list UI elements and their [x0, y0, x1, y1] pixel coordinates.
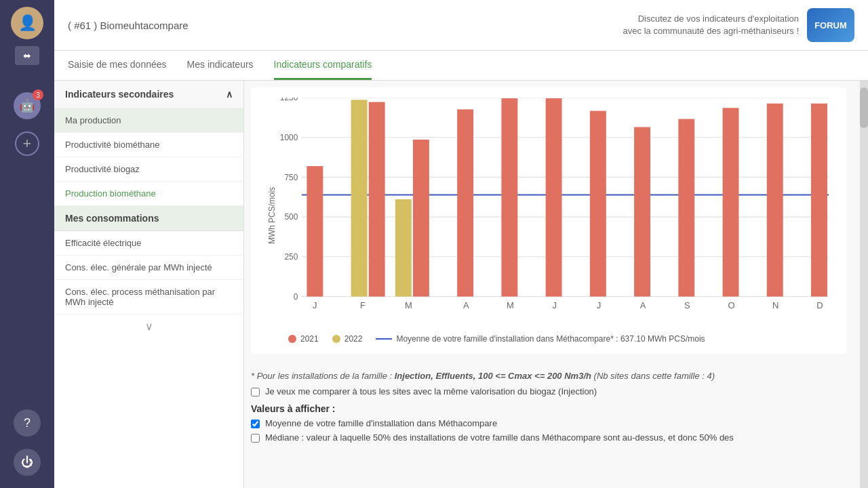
x-label-dec: D [816, 300, 823, 310]
legend-avg: Moyenne de votre famille d'installation … [376, 334, 705, 344]
sidebar-section-label: Indicateurs secondaires [65, 89, 174, 100]
bar-2021-nov [767, 104, 783, 297]
forum-logo[interactable]: FORUM [807, 8, 854, 42]
checkbox-moyenne-row: Moyenne de votre famille d'installation … [251, 418, 846, 428]
bar-2021-oct [723, 108, 739, 296]
x-label-mar: M [405, 300, 412, 310]
nav-tabs: Saisie de mes données Mes indicateurs In… [54, 51, 868, 81]
content-area: Indicateurs secondaires ∧ Ma production … [54, 81, 868, 488]
x-label-nov: N [772, 300, 778, 310]
sidebar-item-label: Productivité biogaz [65, 164, 140, 174]
x-label-jun: J [552, 300, 557, 310]
bar-2021-may [501, 98, 517, 296]
family-note-bold: Injection, Effluents, 100 <= Cmax <= 200… [395, 371, 591, 381]
x-label-may: M [507, 300, 514, 310]
bar-2022-feb [351, 100, 368, 296]
checkbox-moyenne-label: Moyenne de votre famille d'installation … [265, 418, 497, 428]
power-button[interactable]: ⏻ [14, 449, 41, 476]
sidebar-item-production-biomethane[interactable]: Production biométhane [54, 182, 243, 206]
back-forward-icon: ⬌ [23, 50, 31, 61]
notification-badge: 3 [33, 89, 43, 100]
top-bar: ( #61 ) Biomeuhtacompare Discutez de vos… [54, 0, 868, 51]
sidebar-item-productivite-biomethane[interactable]: Productivité biométhane [54, 133, 243, 157]
x-label-oct: O [728, 300, 735, 310]
legend-label-2021: 2021 [300, 334, 319, 344]
x-label-jul: J [597, 300, 601, 310]
x-label-aug: A [640, 300, 646, 310]
y-tick-0: 0 [294, 292, 298, 302]
scrollbar-thumb[interactable] [860, 87, 868, 128]
checkbox-compare-all-label: Je veux me comparer à tous les sites ave… [265, 386, 597, 396]
checkbox-moyenne[interactable] [251, 420, 260, 428]
collapse-icon: ∧ [226, 89, 233, 100]
sidebar-item-ma-production[interactable]: Ma production [54, 108, 243, 133]
sidebar-item-label: Cons. élec. process méthanisation par MW… [65, 287, 215, 307]
sidebar-section-indicateurs[interactable]: Indicateurs secondaires ∧ [54, 81, 243, 108]
checkbox-compare-all-row: Je veux me comparer à tous les sites ave… [251, 386, 846, 396]
tab-indicateurs[interactable]: Mes indicateurs [187, 51, 254, 80]
scrollbar[interactable] [860, 81, 868, 488]
values-label: Valeurs à afficher : [251, 403, 846, 414]
sidebar-section-consommations[interactable]: Mes consommations [54, 206, 243, 231]
y-tick-1000: 1000 [280, 133, 298, 142]
sidebar-item-productivite-biogaz[interactable]: Productivité biogaz [54, 157, 243, 182]
page-title: ( #61 ) Biomeuhtacompare [68, 20, 189, 31]
legend-dot-2022 [332, 335, 340, 343]
icon-bar: 👤 ⬌ 🤖 3 + ? ⏻ [0, 0, 54, 488]
forum-text: Discutez de vos indicateurs d'exploitati… [623, 13, 799, 37]
chart-legend: 2021 2022 Moyenne de votre famille d'ins… [261, 329, 836, 344]
sidebar-item-label: Efficacité électrique [65, 238, 142, 248]
avatar-icon: 👤 [18, 14, 37, 32]
legend-2021: 2021 [288, 334, 319, 344]
x-label-feb: F [360, 300, 366, 310]
checkbox-compare-all[interactable] [251, 388, 260, 396]
y-tick-1250: 1250 [280, 98, 298, 102]
sidebar-scroll-down[interactable]: ∨ [54, 314, 243, 338]
sidebar-item-label: Production biométhane [65, 188, 156, 199]
legend-dot-2021 [288, 335, 296, 343]
avatar[interactable]: 👤 [11, 7, 43, 39]
tab-comparatifs[interactable]: Indicateurs comparatifs [274, 51, 372, 80]
sidebar-item-label: Productivité biométhane [65, 140, 159, 150]
checkbox-mediane[interactable] [251, 434, 260, 443]
tab-saisie[interactable]: Saisie de mes données [68, 51, 167, 80]
sidebar-item-efficacite-elec[interactable]: Efficacité électrique [54, 231, 243, 256]
y-tick-750: 750 [284, 173, 298, 182]
x-label-sep: S [684, 300, 690, 310]
family-note: * Pour les installations de la famille :… [251, 371, 846, 381]
bar-2021-aug [634, 127, 650, 296]
y-tick-250: 250 [284, 252, 298, 262]
bar-2021-sep [678, 119, 694, 297]
bar-2021-feb [369, 102, 385, 297]
info-section: * Pour les installations de la famille :… [251, 364, 846, 453]
bar-2022-mar [395, 199, 412, 297]
sidebar-item-cons-elec-process[interactable]: Cons. élec. process méthanisation par MW… [54, 280, 243, 314]
bar-2021-dec [811, 104, 827, 297]
bar-2021-jun [546, 98, 562, 296]
sidebar-item-cons-elec-generale[interactable]: Cons. élec. générale par MWh injecté [54, 256, 243, 280]
y-tick-500: 500 [284, 212, 298, 222]
robot-icon: 🤖 [20, 98, 35, 113]
legend-avg-label: Moyenne de votre famille d'installation … [396, 334, 705, 344]
legend-2022: 2022 [332, 334, 363, 344]
legend-label-2022: 2022 [344, 334, 363, 344]
power-icon: ⏻ [21, 455, 33, 470]
scroll-down-icon: ∨ [145, 320, 153, 333]
x-label-jan: J [313, 300, 317, 310]
add-icon: + [23, 135, 32, 152]
bar-2021-jan [307, 166, 323, 296]
chart-container: MWh PCS/mois 0 250 500 750 [251, 87, 846, 354]
help-button[interactable]: ? [14, 409, 41, 436]
nav-arrow-button[interactable]: ⬌ [15, 46, 39, 65]
forum-label: FORUM [814, 20, 847, 30]
sidebar-section2-label: Mes consommations [65, 213, 159, 224]
bar-chart: MWh PCS/mois 0 250 500 750 [261, 98, 836, 326]
legend-line-avg [376, 338, 392, 340]
help-icon: ? [24, 416, 31, 430]
forum-area: Discutez de vos indicateurs d'exploitati… [623, 8, 854, 42]
add-button[interactable]: + [15, 131, 39, 156]
sidebar-item-label: Ma production [65, 115, 121, 125]
sidebar: Indicateurs secondaires ∧ Ma production … [54, 81, 244, 488]
y-axis-label: MWh PCS/mois [267, 187, 277, 244]
chart-area: MWh PCS/mois 0 250 500 750 [244, 81, 860, 488]
